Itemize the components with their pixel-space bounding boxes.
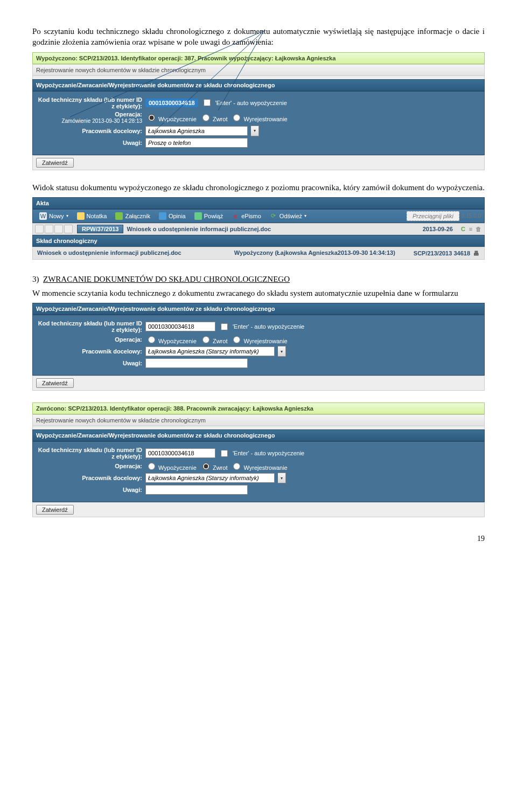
uwagi-input[interactable] [145, 358, 248, 368]
intro-paragraph-1: Po sczytaniu kodu technicznego składu ch… [32, 26, 485, 48]
tool-icon-1[interactable] [35, 225, 44, 233]
tool-icon-2[interactable] [45, 225, 53, 233]
pracownik-select[interactable] [145, 126, 248, 136]
section-3-text: W momencie sczytania kodu technicznego z… [32, 288, 485, 299]
pracownik-select[interactable] [145, 346, 275, 356]
refresh-icon: ⟳ [270, 212, 277, 220]
sklad-doc-name: Wniosek o udostępnienie informacji publi… [37, 249, 234, 256]
panel-akta: Akta WNowy ▾ Notatka Załącznik Opinia Po… [32, 197, 485, 260]
enter-auto-checkbox[interactable] [221, 323, 228, 330]
section-3-title: ZWRACANIE DOKUMNETÓW DO SKŁADU CHRONOLOG… [43, 275, 290, 283]
akta-header: Akta [32, 197, 485, 209]
label-operacja: Operacja: [37, 336, 145, 343]
enter-auto-checkbox[interactable] [204, 99, 211, 106]
tool-icon-4[interactable] [64, 225, 73, 233]
akta-toolbar: WNowy ▾ Notatka Załącznik Opinia Powiąż … [32, 209, 485, 223]
toolbar-nowy[interactable]: WNowy ▾ [36, 211, 72, 221]
drag-drop-zone[interactable]: Przeciągnij pliki [407, 211, 459, 221]
panel-loan: Wypożyczono: SCP/213/2013. Identyfikator… [32, 52, 485, 170]
label-uwagi: Uwagi: [37, 140, 145, 146]
toolbar-opinia[interactable]: Opinia [156, 211, 189, 221]
epismo-icon: e [232, 212, 239, 220]
opinion-icon [159, 212, 166, 220]
uwagi-input[interactable] [145, 138, 248, 148]
op-wyr[interactable]: Wyrejestrowanie [230, 461, 287, 471]
op-zwr[interactable]: Zwrot [200, 335, 228, 344]
op-zwr[interactable]: Zwrot [200, 113, 228, 122]
chevron-down-icon[interactable]: ▾ [278, 346, 286, 357]
panel-returned-confirm: Zwrócono: SCP/213/2013. Identyfikator op… [32, 402, 485, 517]
kod-input[interactable] [145, 322, 215, 331]
chevron-down-icon[interactable]: ▾ [251, 126, 259, 136]
version-label: 3.15.0.0 [462, 213, 481, 219]
return-header: Wypożyczanie/Zwracanie/Wyrejestrowanie d… [32, 303, 485, 315]
toolbar-epismo[interactable]: eePismo [228, 211, 264, 221]
toolbar-zalacznik[interactable]: Załącznik [112, 211, 153, 221]
intro-paragraph-2: Widok statusu dokumentu wypożyczonego ze… [32, 182, 485, 193]
print-icon[interactable]: 🖶 [472, 249, 480, 257]
zamowienie-time: Zamówienie 2013-09-30 14:28:13 [61, 118, 142, 124]
banner-loaned: Wypożyczono: SCP/213/2013. Identyfikator… [32, 52, 485, 64]
confirm-button[interactable]: Zatwierdź [36, 505, 74, 515]
register-header: Rejestrowanie nowych dokumentów w składz… [32, 64, 485, 76]
pracownik-select[interactable] [145, 473, 275, 483]
op-wyr[interactable]: Wyrejestrowanie [230, 113, 287, 122]
enter-auto-label: 'Enter' - auto wypożyczenie [233, 450, 304, 456]
confirm-button[interactable]: Zatwierdź [36, 158, 74, 168]
tag-icon[interactable]: ≡ [467, 225, 474, 233]
banner-returned: Zwrócono: SCP/213/2013. Identyfikator op… [32, 402, 485, 414]
op-zwr[interactable]: Zwrot [200, 461, 228, 471]
toolbar-notatka[interactable]: Notatka [74, 211, 110, 221]
section-header: Wypożyczanie/Zwracanie/Wyrejestrowanie d… [32, 79, 485, 91]
doc-date: 2013-09-26 [423, 226, 453, 232]
toolbar-odswiez[interactable]: ⟳Odśwież ▾ [267, 211, 310, 221]
note-icon [77, 212, 85, 220]
chevron-down-icon[interactable]: ▾ [278, 473, 286, 483]
label-kod: Kod techniczny składu (lub numer ID z et… [37, 96, 145, 109]
label-kod: Kod techniczny składu (lub numer ID z et… [37, 320, 145, 333]
doc-name[interactable]: Wniosek o udostępnienie informacji publi… [127, 226, 422, 232]
attachment-icon [115, 212, 123, 220]
panel-return-form: Wypożyczanie/Zwracanie/Wyrejestrowanie d… [32, 303, 485, 391]
uwagi-input[interactable] [145, 485, 248, 495]
tool-icon-3[interactable] [54, 225, 63, 233]
op-wyp[interactable]: Wypożyczenie [145, 461, 197, 471]
label-pracownik: Pracownik docelowy: [37, 348, 145, 355]
label-kod: Kod techniczny składu (lub numer ID z et… [37, 447, 145, 460]
label-uwagi: Uwagi: [37, 360, 145, 366]
label-uwagi: Uwagi: [37, 487, 145, 493]
op-wyp[interactable]: Wypożyczenie [145, 335, 197, 344]
label-operacja: Operacja: Zamówienie 2013-09-30 14:28:13 [37, 111, 145, 124]
sklad-scp: SCP/213/2013 34618 [414, 250, 470, 256]
confirm-button[interactable]: Zatwierdź [36, 378, 74, 388]
section-header: Wypożyczanie/Zwracanie/Wyrejestrowanie d… [32, 429, 485, 441]
refresh-doc-icon[interactable]: C [459, 225, 467, 233]
section-3-heading: 3) ZWRACANIE DOKUMNETÓW DO SKŁADU CHRONO… [32, 274, 485, 284]
enter-auto-checkbox[interactable] [221, 450, 228, 457]
kod-value[interactable]: 00010300034618 [145, 99, 198, 107]
sklad-header: Skład chronologiczny [32, 235, 485, 247]
page-number: 19 [32, 535, 485, 543]
register-header: Rejestrowanie nowych dokumentów w składz… [32, 414, 485, 426]
op-wyp[interactable]: Wypożyczenie [145, 113, 197, 122]
label-pracownik: Pracownik docelowy: [37, 475, 145, 481]
enter-auto-label: 'Enter' - auto wypożyczenie [233, 323, 304, 330]
label-pracownik: Pracownik docelowy: [37, 128, 145, 134]
delete-icon[interactable]: 🗑 [474, 225, 482, 233]
link-icon [194, 212, 202, 220]
label-operacja: Operacja: [37, 463, 145, 469]
toolbar-powiaz[interactable]: Powiąż [191, 211, 226, 221]
sklad-status: Wypożyczony (Łajkowska Agnieszka2013-09-… [234, 249, 414, 256]
rpw-badge: RPW/37/2013 [77, 225, 123, 233]
word-icon: W [39, 212, 47, 220]
kod-input[interactable] [145, 448, 215, 458]
op-wyr[interactable]: Wyrejestrowanie [230, 335, 287, 344]
enter-auto-label: 'Enter' - auto wypożyczenie [215, 100, 287, 106]
